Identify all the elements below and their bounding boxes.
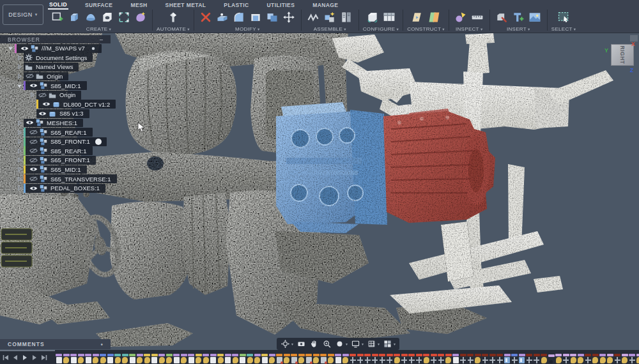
timeline-item-79[interactable] [629, 354, 635, 363]
tab-plastic[interactable]: PLASTIC [222, 1, 250, 9]
sketch-icon[interactable] [49, 9, 65, 26]
visibility-eye-on-icon[interactable] [38, 110, 47, 117]
timeline-item-42[interactable] [357, 354, 364, 363]
browser-item-s65-front-1[interactable]: S65_FRONT:1 [17, 156, 117, 165]
timeline-item-27[interactable] [247, 354, 253, 363]
browser-item-named-views[interactable]: Named Views [17, 63, 117, 72]
timeline-item-50[interactable] [416, 354, 422, 363]
pattern-icon[interactable] [116, 9, 132, 26]
configtable-icon[interactable] [381, 9, 397, 26]
comments-expand-icon[interactable]: • [100, 341, 103, 348]
timeline-item-70[interactable] [563, 354, 569, 363]
chevron-down-icon[interactable]: ▾ [378, 342, 380, 346]
tab-utilities[interactable]: UTILITIES [266, 1, 296, 9]
timeline-item-58[interactable] [475, 354, 481, 363]
timeline-item-74[interactable] [592, 354, 599, 363]
timeline-item-65[interactable] [526, 354, 532, 363]
timeline-item-16[interactable] [166, 354, 173, 363]
views-icon[interactable] [383, 339, 392, 349]
chevron-down-icon[interactable]: ▾ [346, 342, 348, 346]
browser-item-s85-mid-1[interactable]: S85_MID:1 [17, 81, 117, 90]
timeline-item-72[interactable] [578, 354, 584, 363]
timeline-item-26[interactable] [240, 354, 246, 363]
timeline-item-39[interactable] [335, 354, 341, 363]
tab-mesh[interactable]: MESH [129, 1, 148, 9]
joint-icon[interactable] [305, 9, 321, 26]
timeline-item-24[interactable] [225, 354, 231, 363]
timeline-item-10[interactable] [122, 354, 128, 363]
timeline-item-28[interactable] [254, 354, 261, 363]
visibility-eye-off-icon[interactable] [29, 148, 38, 154]
timeline-item-14[interactable] [151, 354, 158, 363]
ribbon-group-label-construct[interactable]: CONSTRUCT ▾ [407, 26, 445, 32]
timeline-item-5[interactable] [85, 354, 91, 363]
sweep-icon[interactable] [82, 9, 98, 26]
tree-caret-collapsed-icon[interactable] [17, 176, 22, 182]
browser-item-pedal-boxes-1[interactable]: PEDAL_BOXES:1 [17, 184, 117, 193]
tree-caret-collapsed-icon[interactable] [17, 148, 22, 154]
tree-caret-expanded-icon[interactable] [8, 45, 13, 51]
timeline-item-59[interactable] [482, 354, 488, 363]
pan-icon[interactable] [309, 339, 319, 349]
browser-item-s65-rear-1[interactable]: S65_REAR:1 [17, 128, 117, 137]
browser-collapse-icon[interactable]: – [100, 38, 103, 42]
tab-sheet-metal[interactable]: SHEET METAL [164, 1, 208, 9]
browser-item-s65-mid-1[interactable]: S65_MID:1 [17, 165, 117, 174]
timeline-item-56[interactable] [460, 354, 466, 363]
visibility-eye-off-icon[interactable] [29, 176, 38, 182]
presspull-icon[interactable] [215, 9, 231, 26]
timeline-item-17[interactable] [173, 354, 180, 363]
radio-icon[interactable] [95, 138, 102, 146]
timeline-item-66[interactable] [534, 354, 540, 363]
selectbox-icon[interactable] [556, 9, 572, 26]
visibility-eye-on-icon[interactable] [29, 185, 38, 192]
browser-item-s85-front-1[interactable]: S85_FRONT:1 [17, 137, 117, 146]
timeline-item-52[interactable] [431, 354, 437, 363]
timeline-item-32[interactable] [284, 354, 290, 363]
timeline-item-40[interactable] [343, 354, 349, 363]
browser-item-meshes-1[interactable]: MESHES:1 [17, 119, 117, 128]
browser-item-dl800-dct-v1-2[interactable]: DL800_DCT v1:2 [29, 100, 117, 109]
timeline-item-11[interactable] [129, 354, 135, 363]
tree-caret-collapsed-icon[interactable] [29, 92, 35, 98]
timeline-item-12[interactable] [137, 354, 143, 363]
visibility-eye-off-icon[interactable] [29, 157, 38, 163]
tree-caret-expanded-icon[interactable] [17, 83, 22, 89]
lookat-icon[interactable] [296, 339, 306, 349]
visibility-eye-on-icon[interactable] [26, 119, 34, 126]
visibility-eye-off-icon[interactable] [26, 73, 34, 79]
browser-item-origin[interactable]: Origin [29, 91, 117, 100]
combine-icon[interactable] [265, 9, 281, 26]
grid-icon[interactable] [367, 339, 376, 349]
timeline-back-button[interactable] [12, 354, 19, 361]
target-icon[interactable] [89, 45, 97, 52]
visibility-eye-on-icon[interactable] [42, 101, 50, 107]
chevron-down-icon[interactable]: ▾ [291, 342, 293, 346]
timeline-item-20[interactable] [196, 354, 202, 363]
timeline-item-63[interactable] [511, 354, 518, 363]
timeline-item-35[interactable] [305, 354, 312, 363]
timeline-item-69[interactable] [555, 354, 562, 363]
extrude-icon[interactable] [66, 9, 82, 26]
timeline-item-4[interactable] [78, 354, 84, 363]
visibility-eye-on-icon[interactable] [29, 82, 38, 89]
newcomp-icon[interactable] [322, 9, 338, 26]
ribbon-group-label-configure[interactable]: CONFIGURE ▾ [363, 26, 399, 32]
timeline-item-6[interactable] [93, 354, 99, 363]
tree-caret-collapsed-icon[interactable] [17, 73, 22, 79]
timeline-item-3[interactable] [70, 354, 77, 363]
browser-item-document-settings[interactable]: Document Settings [17, 53, 117, 62]
timeline-play-button[interactable] [21, 354, 29, 361]
timeline-item-48[interactable] [401, 354, 408, 363]
chevron-down-icon[interactable]: ▾ [394, 342, 396, 346]
hole-icon[interactable] [99, 9, 115, 26]
browser-item-s65-transverse-1[interactable]: S65_TRANSVERSE:1 [17, 174, 117, 183]
ribbon-group-label-modify[interactable]: MODIFY ▾ [235, 26, 260, 32]
plane2-icon[interactable] [426, 9, 442, 26]
timeline-item-68[interactable] [548, 354, 555, 363]
timeline-item-46[interactable] [387, 354, 393, 363]
timeline-item-1[interactable] [56, 354, 62, 363]
design-workspace-dropdown[interactable]: DESIGN ▾ [3, 4, 43, 25]
display-icon[interactable] [351, 339, 360, 349]
timeline-item-21[interactable] [203, 354, 209, 363]
